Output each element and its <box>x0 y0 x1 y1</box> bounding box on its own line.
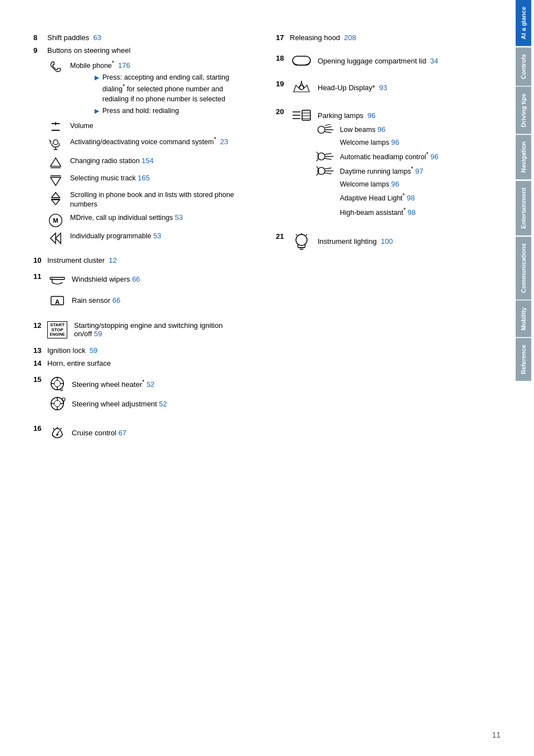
svg-line-39 <box>61 428 62 430</box>
item-14-num: 14 <box>33 359 44 367</box>
svg-marker-15 <box>56 233 61 244</box>
item-15-content: Steering wheel heater* 52 <box>47 375 167 412</box>
item-11-content: Windshield wipers 66 A Rain sensor 66 <box>47 272 140 309</box>
svg-marker-16 <box>51 233 56 244</box>
svg-text:A: A <box>55 298 60 305</box>
sidebar-tab-at-a-glance[interactable]: At a glance <box>516 0 531 46</box>
sidebar-tab-navigation[interactable]: Navigation <box>516 135 531 179</box>
svg-line-40 <box>53 428 55 430</box>
svg-point-22 <box>54 380 60 386</box>
sw-adjust-row: Steering wheel adjustment 52 <box>47 395 167 412</box>
auto-headlamp-icon <box>314 151 337 162</box>
luggage-icon <box>290 54 313 67</box>
low-beams-row: Low beams 96 <box>314 124 438 136</box>
phone-bullets: ▶ Press: accepting and ending call, star… <box>95 73 248 116</box>
rain-icon: A <box>47 292 67 309</box>
sub-volume: Volume <box>46 121 248 132</box>
item-10: 10 Instrument cluster 12 <box>33 256 248 264</box>
item-19: 19 Head-Up Display* 93 <box>276 80 491 95</box>
svg-line-57 <box>325 124 330 126</box>
item-16-text: Cruise control 67 <box>72 429 126 437</box>
sub-mdrive: M MDrive, call up individual settings 53 <box>46 213 248 228</box>
item-8: 8 Shift paddles 63 <box>33 33 248 42</box>
sw-adjust-text: Steering wheel adjustment 52 <box>72 400 167 408</box>
item-21-text: Instrument lighting 100 <box>318 237 393 246</box>
cruise-icon <box>47 424 67 441</box>
item-21-inner: Instrument lighting 100 <box>290 232 393 250</box>
svg-line-70 <box>296 234 297 235</box>
svg-marker-12 <box>52 200 60 205</box>
arrow-up-icon <box>46 156 66 170</box>
phone-text: Mobile phone* 176 ▶ Press: accepting and… <box>70 59 248 119</box>
arrow-down-icon <box>46 173 66 188</box>
svg-point-58 <box>318 153 325 160</box>
item-21-num: 21 <box>276 232 287 240</box>
svg-line-60 <box>325 153 332 154</box>
item-13-text: Ignition lock 59 <box>47 346 248 355</box>
parking-lamps-row: Parking lamps 96 <box>290 107 438 123</box>
item-9-sub: Mobile phone* 176 ▶ Press: accepting and… <box>46 59 248 246</box>
svg-marker-10 <box>52 193 60 198</box>
svg-line-71 <box>306 234 307 235</box>
sub-prog: Individually programmable 53 <box>46 231 248 246</box>
svg-point-41 <box>56 434 58 436</box>
item-19-text: Head-Up Display* 93 <box>318 84 387 92</box>
item-17-num: 17 <box>276 33 287 42</box>
scroll-icon <box>46 190 66 205</box>
item-10-num: 10 <box>33 256 44 264</box>
item-21: 21 Instrument l <box>276 232 491 250</box>
item-16-num: 16 <box>33 424 44 433</box>
sw-heater-icon <box>47 375 67 392</box>
item-18-inner: Opening luggage compartment lid 34 <box>290 54 438 67</box>
svg-point-31 <box>54 400 60 406</box>
rain-text: Rain sensor 66 <box>72 296 120 305</box>
sub-scroll: Scrolling in phone book and in lists wit… <box>46 190 248 210</box>
daytime-icon <box>314 165 337 176</box>
page-number: 11 <box>492 730 501 739</box>
sidebar-tab-driving-tips[interactable]: Driving tips <box>516 87 531 134</box>
item-14-text: Horn, entire surface <box>47 359 248 367</box>
sw-heater-text: Steering wheel heater* 52 <box>72 379 155 389</box>
sub-phone: Mobile phone* 176 ▶ Press: accepting and… <box>46 59 248 119</box>
item-12-inner: STARTSTOPENGINE Starting/stopping engine… <box>47 321 248 338</box>
item-18-text: Opening luggage compartment lid 34 <box>318 57 438 65</box>
wiper-row: Windshield wipers 66 <box>47 272 140 287</box>
prog-icon <box>46 231 66 246</box>
sw-heater-row: Steering wheel heater* 52 <box>47 375 167 392</box>
svg-line-65 <box>325 173 332 174</box>
item-16-inner: Cruise control 67 <box>47 424 126 441</box>
welcome-lamps-row2: Welcome lamps 96 <box>340 179 438 190</box>
svg-line-64 <box>325 168 332 169</box>
hud-icon <box>290 80 313 95</box>
svg-line-55 <box>325 127 332 128</box>
wiper-icon <box>47 272 67 287</box>
sidebar-tab-entertainment[interactable]: Entertainment <box>516 181 531 235</box>
sub-music: Selecting music track 165 <box>46 173 248 188</box>
daytime-row: Daytime running lamps* 97 <box>314 164 438 178</box>
sidebar-tab-controls[interactable]: Controls <box>516 47 531 86</box>
svg-marker-9 <box>51 177 61 185</box>
right-column: 17 Releasing hood 208 18 <box>265 33 491 734</box>
item-13: 13 Ignition lock 59 <box>33 346 248 355</box>
item-10-text: Instrument cluster 12 <box>47 256 248 264</box>
item-16: 16 Cruise contr <box>33 424 248 441</box>
voice-icon <box>46 135 66 153</box>
svg-line-42 <box>57 431 60 434</box>
svg-point-66 <box>296 234 307 246</box>
sw-adjust-icon <box>47 395 67 412</box>
music-text: Selecting music track 165 <box>70 173 150 184</box>
sidebar-tab-mobility[interactable]: Mobility <box>516 301 531 337</box>
svg-marker-6 <box>51 158 61 166</box>
prog-text: Individually programmable 53 <box>70 231 161 242</box>
auto-headlamp-row: Automatic headlamp control* 96 <box>314 150 438 163</box>
sidebar-tab-reference[interactable]: Reference <box>516 338 531 381</box>
sidebar-tab-communications[interactable]: Communications <box>516 237 531 300</box>
high-beam-row: High-beam assistant* 98 <box>340 205 438 219</box>
sidebar: At a glance Controls Driving tips Naviga… <box>513 0 534 756</box>
item-12-num: 12 <box>33 321 44 330</box>
item-9: 9 Buttons on steering wheel <box>33 46 248 55</box>
svg-text:M: M <box>53 217 58 224</box>
svg-line-61 <box>325 158 332 159</box>
item-15: 15 <box>33 375 248 412</box>
item-13-num: 13 <box>33 346 44 355</box>
